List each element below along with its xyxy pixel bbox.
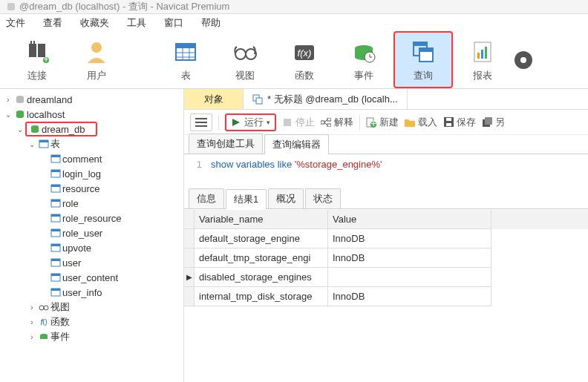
result-tab-results[interactable]: 结果1 <box>226 189 267 209</box>
tree-tables-node[interactable]: ⌄ 表 <box>0 136 183 151</box>
menu-help[interactable]: 帮助 <box>201 16 220 30</box>
run-button[interactable]: 运行 ▾ <box>231 116 270 129</box>
table-item[interactable]: role <box>0 196 183 211</box>
menubar: 文件 查看 收藏夹 工具 窗口 帮助 <box>0 13 588 31</box>
save-button[interactable]: 保存 <box>443 116 476 129</box>
table-small-icon <box>49 287 62 297</box>
svg-rect-58 <box>51 244 60 246</box>
menu-file[interactable]: 文件 <box>6 16 25 30</box>
grid-cell[interactable]: default_tmp_storage_engi <box>195 248 328 268</box>
result-tab-profile[interactable]: 概况 <box>268 188 304 208</box>
menu-tools[interactable]: 工具 <box>127 16 146 30</box>
toolbar-tables[interactable]: 表 <box>156 31 215 88</box>
svg-rect-76 <box>321 121 324 124</box>
database-dream_db[interactable]: ⌄ dream_db <box>0 122 183 136</box>
table-item[interactable]: role_resource <box>0 211 183 225</box>
row-handle: ▶ <box>184 268 195 287</box>
toolbar-label: 查询 <box>414 69 433 82</box>
tree-events-node[interactable]: ›事件 <box>0 329 183 344</box>
svg-point-39 <box>16 115 24 118</box>
expand-icon[interactable]: › <box>27 303 37 312</box>
tree-label: 事件 <box>50 330 70 343</box>
svg-rect-0 <box>29 44 36 57</box>
grid-cell[interactable]: InnoDB <box>328 229 491 248</box>
svg-rect-54 <box>51 214 60 217</box>
tab-label: 对象 <box>204 93 223 106</box>
explain-button[interactable]: 解释 <box>321 116 353 129</box>
collapse-icon[interactable]: ⌄ <box>15 125 25 134</box>
toolbar-connection[interactable]: + 连接 <box>7 31 67 88</box>
svg-rect-75 <box>284 119 291 126</box>
table-row[interactable]: default_storage_engine InnoDB <box>184 229 588 248</box>
table-row[interactable]: default_tmp_storage_engi InnoDB <box>184 248 588 268</box>
table-item[interactable]: user <box>0 255 183 270</box>
toolbar-user[interactable]: 用户 <box>67 31 126 88</box>
svg-rect-29 <box>477 53 480 59</box>
expand-icon[interactable]: › <box>27 318 37 326</box>
save-icon <box>443 117 454 128</box>
table-item[interactable]: user_info <box>0 285 183 300</box>
svg-rect-68 <box>40 335 48 339</box>
menu-toggle-button[interactable] <box>190 113 212 131</box>
tab-query[interactable]: * 无标题 @dream_db (localh... <box>244 89 408 109</box>
menu-window[interactable]: 窗口 <box>164 16 183 30</box>
table-item[interactable]: user_content <box>0 270 183 285</box>
grid-cell[interactable]: disabled_storage_engines <box>195 268 328 287</box>
toolbar-functions[interactable]: f(x) 函数 <box>275 31 334 88</box>
svg-text:+: + <box>370 118 376 128</box>
svg-rect-48 <box>51 170 60 172</box>
tree-label: login_log <box>62 168 101 180</box>
plug-icon: + <box>23 38 51 66</box>
toolbar-views[interactable]: 视图 <box>215 31 275 88</box>
result-tab-status[interactable]: 状态 <box>305 188 341 208</box>
stop-button[interactable]: 停止 <box>282 116 315 129</box>
toolbar-more[interactable] <box>512 31 535 88</box>
column-header[interactable]: Value <box>328 210 491 229</box>
grid-cell[interactable]: InnoDB <box>328 248 491 268</box>
expand-icon[interactable]: › <box>3 96 13 104</box>
result-tab-info[interactable]: 信息 <box>189 188 224 208</box>
grid-cell[interactable]: internal_tmp_disk_storage <box>195 287 328 306</box>
hamburger-icon <box>195 118 207 127</box>
new-button[interactable]: + 新建 <box>366 116 399 129</box>
grid-cell[interactable]: InnoDB <box>328 287 491 306</box>
collapse-icon[interactable]: ⌄ <box>27 140 37 148</box>
tab-objects[interactable]: 对象 <box>184 89 244 109</box>
table-row[interactable]: internal_tmp_disk_storage InnoDB <box>184 287 588 306</box>
svg-line-79 <box>324 119 327 122</box>
column-header[interactable]: Variable_name <box>195 210 328 229</box>
table-small-icon <box>49 198 62 208</box>
tree-label: role_user <box>62 228 102 239</box>
row-handle <box>184 287 195 306</box>
menu-view[interactable]: 查看 <box>43 16 62 30</box>
sql-editor[interactable]: 1 show variables like '%storage_engine%' <box>184 154 588 187</box>
subtab-editor[interactable]: 查询编辑器 <box>264 134 329 154</box>
tree-functions-node[interactable]: ›f()函数 <box>0 315 183 329</box>
svg-text:+: + <box>43 53 49 65</box>
saveas-button[interactable]: 另 <box>482 116 505 129</box>
tree-label: dream_db <box>42 124 85 135</box>
table-item[interactable]: upvote <box>0 240 183 255</box>
connection-localhost[interactable]: ⌄ localhost <box>0 107 183 122</box>
table-item[interactable]: comment <box>0 151 183 166</box>
collapse-icon[interactable]: ⌄ <box>3 111 13 119</box>
toolbar-events[interactable]: 事件 <box>334 31 393 88</box>
grid-cell[interactable] <box>328 268 491 287</box>
new-icon: + <box>366 117 376 128</box>
table-item[interactable]: role_user <box>0 225 183 240</box>
connection-dreamland[interactable]: › dreamland <box>0 92 183 107</box>
subtab-builder[interactable]: 查询创建工具 <box>189 134 263 154</box>
table-row[interactable]: ▶ disabled_storage_engines <box>184 268 588 287</box>
toolbar-query[interactable]: 查询 <box>393 31 453 88</box>
toolbar-reports[interactable]: 报表 <box>453 31 512 88</box>
title-text: @dream_db (localhost) - 查询 - Navicat Pre… <box>19 0 229 13</box>
table-item[interactable]: login_log <box>0 166 183 181</box>
table-item[interactable]: resource <box>0 181 183 196</box>
grid-cell[interactable]: default_storage_engine <box>195 229 328 248</box>
tree-views-node[interactable]: ›视图 <box>0 300 183 315</box>
expand-icon[interactable]: › <box>27 333 37 341</box>
load-button[interactable]: 载入 <box>405 116 437 129</box>
action-label: 停止 <box>295 116 315 129</box>
menu-favorites[interactable]: 收藏夹 <box>80 16 109 30</box>
table-group-icon <box>37 139 50 149</box>
